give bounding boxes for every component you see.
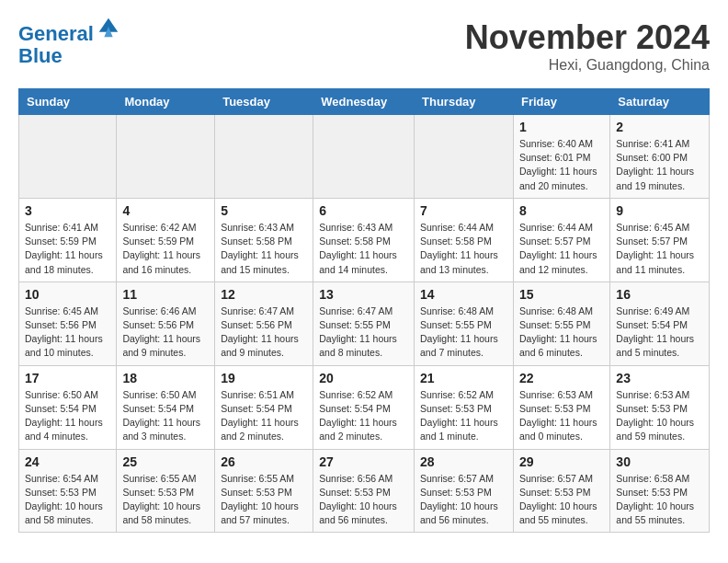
day-number: 3 [25, 203, 110, 218]
day-info: Sunrise: 6:44 AM Sunset: 5:58 PM Dayligh… [420, 221, 507, 277]
calendar-cell: 8Sunrise: 6:44 AM Sunset: 5:57 PM Daylig… [513, 198, 609, 282]
calendar-cell [415, 115, 514, 199]
calendar-table: SundayMondayTuesdayWednesdayThursdayFrid… [18, 88, 710, 533]
calendar-cell: 15Sunrise: 6:48 AM Sunset: 5:55 PM Dayli… [513, 282, 609, 365]
day-number: 12 [221, 287, 307, 302]
month-title: November 2024 [465, 18, 710, 57]
day-number: 27 [319, 454, 408, 469]
day-info: Sunrise: 6:54 AM Sunset: 5:53 PM Dayligh… [25, 472, 110, 528]
day-number: 21 [420, 371, 507, 385]
week-row-2: 3Sunrise: 6:41 AM Sunset: 5:59 PM Daylig… [19, 198, 710, 282]
calendar-cell: 7Sunrise: 6:44 AM Sunset: 5:58 PM Daylig… [415, 198, 514, 282]
day-number: 26 [221, 454, 307, 469]
day-info: Sunrise: 6:49 AM Sunset: 5:54 PM Dayligh… [616, 304, 703, 361]
day-number: 16 [616, 287, 703, 302]
calendar-cell [117, 115, 215, 199]
day-number: 9 [616, 203, 703, 218]
day-number: 11 [122, 287, 209, 302]
day-number: 4 [122, 203, 209, 218]
logo-general: General [18, 22, 94, 45]
calendar-cell: 2Sunrise: 6:41 AM Sunset: 6:00 PM Daylig… [610, 115, 710, 199]
calendar-cell: 23Sunrise: 6:53 AM Sunset: 5:53 PM Dayli… [610, 365, 710, 449]
weekday-thursday: Thursday [415, 89, 514, 115]
calendar-cell: 12Sunrise: 6:47 AM Sunset: 5:56 PM Dayli… [215, 282, 313, 365]
calendar-cell [215, 115, 313, 199]
weekday-header-row: SundayMondayTuesdayWednesdayThursdayFrid… [19, 89, 710, 115]
day-info: Sunrise: 6:50 AM Sunset: 5:54 PM Dayligh… [122, 388, 209, 444]
location-subtitle: Hexi, Guangdong, China [465, 57, 710, 74]
day-number: 30 [616, 454, 703, 469]
day-number: 25 [122, 454, 209, 469]
calendar-cell: 13Sunrise: 6:47 AM Sunset: 5:55 PM Dayli… [313, 282, 415, 365]
day-info: Sunrise: 6:58 AM Sunset: 5:53 PM Dayligh… [616, 472, 703, 528]
calendar-cell: 11Sunrise: 6:46 AM Sunset: 5:56 PM Dayli… [117, 282, 215, 365]
day-info: Sunrise: 6:45 AM Sunset: 5:56 PM Dayligh… [25, 304, 110, 361]
calendar-cell: 5Sunrise: 6:43 AM Sunset: 5:58 PM Daylig… [215, 198, 313, 282]
calendar-cell: 22Sunrise: 6:53 AM Sunset: 5:53 PM Dayli… [513, 365, 609, 449]
day-info: Sunrise: 6:43 AM Sunset: 5:58 PM Dayligh… [221, 221, 307, 277]
calendar-cell: 3Sunrise: 6:41 AM Sunset: 5:59 PM Daylig… [19, 198, 117, 282]
calendar-body: 1Sunrise: 6:40 AM Sunset: 6:01 PM Daylig… [19, 115, 710, 533]
logo-icon [96, 15, 121, 40]
calendar-cell: 1Sunrise: 6:40 AM Sunset: 6:01 PM Daylig… [513, 115, 609, 199]
logo: General Blue [18, 18, 121, 67]
weekday-wednesday: Wednesday [313, 89, 415, 115]
week-row-3: 10Sunrise: 6:45 AM Sunset: 5:56 PM Dayli… [19, 282, 710, 365]
week-row-4: 17Sunrise: 6:50 AM Sunset: 5:54 PM Dayli… [19, 365, 710, 449]
day-info: Sunrise: 6:53 AM Sunset: 5:53 PM Dayligh… [616, 388, 703, 444]
calendar-cell: 21Sunrise: 6:52 AM Sunset: 5:53 PM Dayli… [415, 365, 514, 449]
calendar-cell: 24Sunrise: 6:54 AM Sunset: 5:53 PM Dayli… [19, 449, 117, 533]
day-info: Sunrise: 6:41 AM Sunset: 5:59 PM Dayligh… [25, 221, 110, 277]
day-number: 8 [519, 203, 604, 218]
day-number: 20 [319, 371, 408, 385]
day-info: Sunrise: 6:55 AM Sunset: 5:53 PM Dayligh… [221, 472, 307, 528]
calendar-cell: 30Sunrise: 6:58 AM Sunset: 5:53 PM Dayli… [610, 449, 710, 533]
day-info: Sunrise: 6:40 AM Sunset: 6:01 PM Dayligh… [519, 137, 604, 193]
calendar-cell: 18Sunrise: 6:50 AM Sunset: 5:54 PM Dayli… [117, 365, 215, 449]
day-number: 1 [519, 120, 604, 134]
day-info: Sunrise: 6:46 AM Sunset: 5:56 PM Dayligh… [122, 304, 209, 361]
day-info: Sunrise: 6:41 AM Sunset: 6:00 PM Dayligh… [616, 137, 703, 193]
day-number: 29 [519, 454, 604, 469]
day-number: 15 [519, 287, 604, 302]
day-number: 22 [519, 371, 604, 385]
calendar-header: SundayMondayTuesdayWednesdayThursdayFrid… [19, 89, 710, 115]
calendar-cell: 20Sunrise: 6:52 AM Sunset: 5:54 PM Dayli… [313, 365, 415, 449]
week-row-5: 24Sunrise: 6:54 AM Sunset: 5:53 PM Dayli… [19, 449, 710, 533]
day-number: 10 [25, 287, 110, 302]
day-info: Sunrise: 6:52 AM Sunset: 5:53 PM Dayligh… [420, 388, 507, 444]
day-info: Sunrise: 6:56 AM Sunset: 5:53 PM Dayligh… [319, 472, 408, 528]
day-info: Sunrise: 6:51 AM Sunset: 5:54 PM Dayligh… [221, 388, 307, 444]
day-number: 23 [616, 371, 703, 385]
day-number: 7 [420, 203, 507, 218]
page-header: General Blue November 2024 Hexi, Guangdo… [18, 18, 710, 74]
title-block: November 2024 Hexi, Guangdong, China [465, 18, 710, 74]
calendar-cell: 28Sunrise: 6:57 AM Sunset: 5:53 PM Dayli… [415, 449, 514, 533]
calendar-cell: 25Sunrise: 6:55 AM Sunset: 5:53 PM Dayli… [117, 449, 215, 533]
day-info: Sunrise: 6:42 AM Sunset: 5:59 PM Dayligh… [122, 221, 209, 277]
weekday-tuesday: Tuesday [215, 89, 313, 115]
calendar-cell [313, 115, 415, 199]
day-number: 2 [616, 120, 703, 134]
calendar-cell: 10Sunrise: 6:45 AM Sunset: 5:56 PM Dayli… [19, 282, 117, 365]
day-info: Sunrise: 6:53 AM Sunset: 5:53 PM Dayligh… [519, 388, 604, 444]
day-number: 17 [25, 371, 110, 385]
day-info: Sunrise: 6:48 AM Sunset: 5:55 PM Dayligh… [420, 304, 507, 361]
calendar-cell: 9Sunrise: 6:45 AM Sunset: 5:57 PM Daylig… [610, 198, 710, 282]
day-number: 6 [319, 203, 408, 218]
weekday-monday: Monday [117, 89, 215, 115]
calendar-cell: 16Sunrise: 6:49 AM Sunset: 5:54 PM Dayli… [610, 282, 710, 365]
day-info: Sunrise: 6:44 AM Sunset: 5:57 PM Dayligh… [519, 221, 604, 277]
day-number: 14 [420, 287, 507, 302]
week-row-1: 1Sunrise: 6:40 AM Sunset: 6:01 PM Daylig… [19, 115, 710, 199]
weekday-sunday: Sunday [19, 89, 117, 115]
calendar-cell: 14Sunrise: 6:48 AM Sunset: 5:55 PM Dayli… [415, 282, 514, 365]
calendar-cell: 29Sunrise: 6:57 AM Sunset: 5:53 PM Dayli… [513, 449, 609, 533]
calendar-cell: 19Sunrise: 6:51 AM Sunset: 5:54 PM Dayli… [215, 365, 313, 449]
day-info: Sunrise: 6:48 AM Sunset: 5:55 PM Dayligh… [519, 304, 604, 361]
day-info: Sunrise: 6:57 AM Sunset: 5:53 PM Dayligh… [420, 472, 507, 528]
day-info: Sunrise: 6:57 AM Sunset: 5:53 PM Dayligh… [519, 472, 604, 528]
day-info: Sunrise: 6:47 AM Sunset: 5:56 PM Dayligh… [221, 304, 307, 361]
day-number: 5 [221, 203, 307, 218]
calendar-cell [19, 115, 117, 199]
